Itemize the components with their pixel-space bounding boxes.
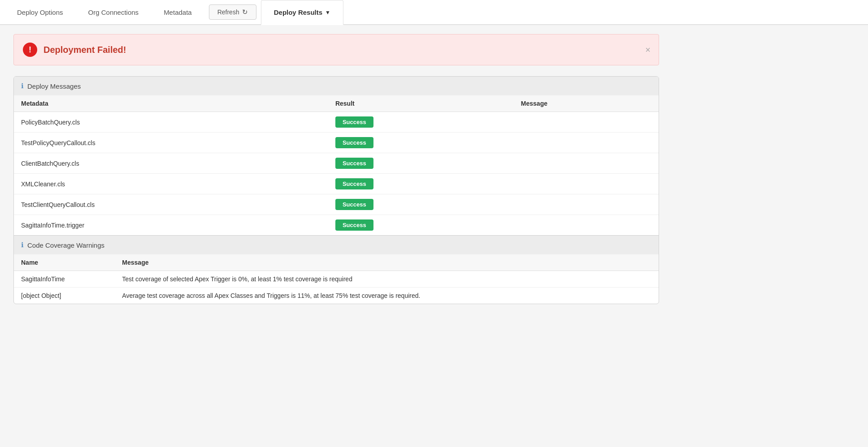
- message-cell: [514, 215, 659, 236]
- refresh-button[interactable]: Refresh ↻: [209, 4, 256, 20]
- table-row: ClientBatchQuery.cls Success: [14, 153, 659, 174]
- table-row: TestClientQueryCallout.cls Success: [14, 194, 659, 215]
- col-coverage-message: Message: [115, 254, 659, 271]
- result-badge-cell: Success: [328, 194, 514, 215]
- info-icon: ℹ: [21, 82, 24, 90]
- message-cell: [514, 174, 659, 194]
- code-coverage-table: Name Message SagittaInfoTime Test covera…: [14, 254, 659, 304]
- message-cell: [514, 194, 659, 215]
- col-message: Message: [514, 95, 659, 112]
- result-badge-cell: Success: [328, 112, 514, 133]
- results-card: ℹ Deploy Messages Metadata Result Messag…: [13, 76, 659, 304]
- code-coverage-header-row: Name Message: [14, 254, 659, 271]
- refresh-label: Refresh: [217, 9, 239, 16]
- deploy-messages-header: ℹ Deploy Messages: [14, 77, 659, 95]
- coverage-name: SagittaInfoTime: [14, 271, 115, 288]
- success-badge: Success: [335, 178, 373, 189]
- alert-text: Deployment Failed!: [43, 45, 126, 55]
- col-metadata: Metadata: [14, 95, 328, 112]
- message-cell: [514, 133, 659, 153]
- alert-error-icon: !: [23, 43, 37, 57]
- success-badge: Success: [335, 116, 373, 128]
- deploy-messages-table: Metadata Result Message PolicyBatchQuery…: [14, 95, 659, 235]
- alert-banner: ! Deployment Failed! ×: [13, 34, 659, 65]
- metadata-name: TestClientQueryCallout.cls: [14, 194, 328, 215]
- metadata-name: TestPolicyQueryCallout.cls: [14, 133, 328, 153]
- tab-deploy-results[interactable]: Deploy Results ▼: [261, 0, 343, 25]
- table-row: [object Object] Average test coverage ac…: [14, 288, 659, 304]
- coverage-message: Average test coverage across all Apex Cl…: [115, 288, 659, 304]
- tab-deploy-results-label: Deploy Results: [274, 9, 322, 16]
- info-icon-2: ℹ: [21, 241, 24, 249]
- metadata-name: ClientBatchQuery.cls: [14, 153, 328, 174]
- message-cell: [514, 153, 659, 174]
- tab-deploy-options[interactable]: Deploy Options: [4, 0, 76, 24]
- success-badge: Success: [335, 199, 373, 210]
- table-row: XMLCleaner.cls Success: [14, 174, 659, 194]
- tab-org-connections[interactable]: Org Connections: [76, 0, 152, 24]
- table-row: SagittaInfoTime Test coverage of selecte…: [14, 271, 659, 288]
- metadata-name: PolicyBatchQuery.cls: [14, 112, 328, 133]
- table-row: PolicyBatchQuery.cls Success: [14, 112, 659, 133]
- metadata-name: SagittaInfoTime.trigger: [14, 215, 328, 236]
- success-badge: Success: [335, 137, 373, 148]
- result-badge-cell: Success: [328, 215, 514, 236]
- coverage-message: Test coverage of selected Apex Trigger i…: [115, 271, 659, 288]
- code-coverage-title: Code Coverage Warnings: [27, 241, 104, 249]
- success-badge: Success: [335, 158, 373, 169]
- deploy-messages-title: Deploy Messages: [27, 82, 81, 90]
- alert-close-button[interactable]: ×: [645, 45, 651, 55]
- result-badge-cell: Success: [328, 174, 514, 194]
- message-cell: [514, 112, 659, 133]
- tab-bar: Deploy Options Org Connections Metadata …: [0, 0, 868, 25]
- table-row: SagittaInfoTime.trigger Success: [14, 215, 659, 236]
- success-badge: Success: [335, 219, 373, 231]
- col-result: Result: [328, 95, 514, 112]
- tab-metadata[interactable]: Metadata: [151, 0, 204, 24]
- table-row: TestPolicyQueryCallout.cls Success: [14, 133, 659, 153]
- result-badge-cell: Success: [328, 133, 514, 153]
- refresh-icon: ↻: [242, 8, 248, 16]
- coverage-name: [object Object]: [14, 288, 115, 304]
- col-name: Name: [14, 254, 115, 271]
- result-badge-cell: Success: [328, 153, 514, 174]
- deploy-messages-header-row: Metadata Result Message: [14, 95, 659, 112]
- chevron-down-icon: ▼: [325, 9, 330, 16]
- code-coverage-header: ℹ Code Coverage Warnings: [14, 235, 659, 254]
- metadata-name: XMLCleaner.cls: [14, 174, 328, 194]
- main-content: ! Deployment Failed! × ℹ Deploy Messages…: [0, 25, 673, 313]
